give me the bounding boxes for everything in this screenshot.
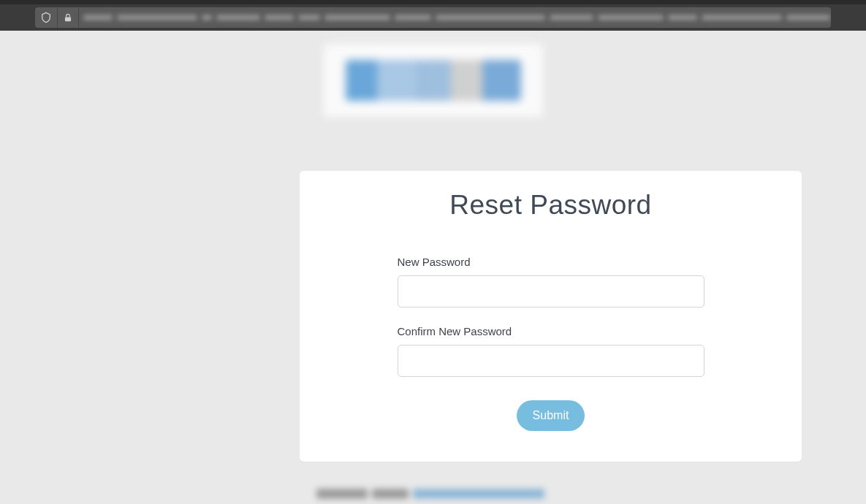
- reset-password-card: Reset Password New Password Confirm New …: [300, 171, 802, 462]
- card-title: Reset Password: [300, 190, 802, 221]
- logo: [324, 44, 543, 117]
- address-bar[interactable]: [35, 7, 831, 28]
- shield-icon-wrap[interactable]: [35, 7, 58, 28]
- lock-icon: [63, 12, 73, 23]
- confirm-password-input[interactable]: [398, 345, 704, 377]
- confirm-password-label: Confirm New Password: [398, 325, 704, 337]
- submit-button[interactable]: Submit: [517, 400, 585, 431]
- new-password-label: New Password: [398, 256, 704, 268]
- address-url[interactable]: [79, 7, 831, 28]
- footer-text: [316, 489, 550, 504]
- page-body: Reset Password New Password Confirm New …: [0, 31, 866, 504]
- lock-icon-wrap[interactable]: [58, 7, 79, 28]
- new-password-input[interactable]: [398, 275, 704, 308]
- reset-password-form: New Password Confirm New Password Submit: [398, 256, 704, 431]
- confirm-password-field-group: Confirm New Password: [398, 325, 704, 377]
- svg-rect-0: [65, 17, 71, 21]
- browser-chrome: [0, 0, 866, 31]
- new-password-field-group: New Password: [398, 256, 704, 308]
- submit-wrap: Submit: [398, 400, 704, 431]
- shield-icon: [40, 12, 52, 23]
